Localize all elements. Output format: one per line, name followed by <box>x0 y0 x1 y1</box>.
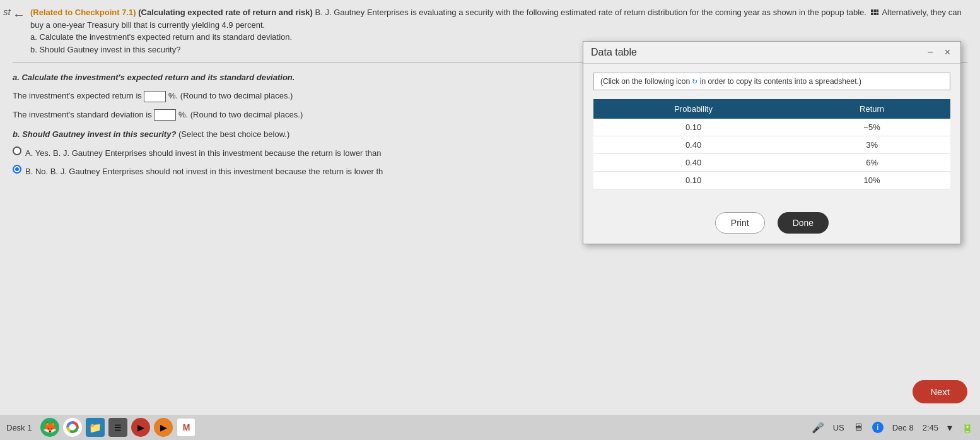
data-table: Probability Return 0.10 −5% 0.40 3% 0.40… <box>593 99 950 189</box>
header-main-text: B. J. Gautney Enterprises is evaluating … <box>315 8 866 17</box>
std-dev-suffix: %. (Round to two decimal places.) <box>178 110 303 119</box>
copy-icon[interactable]: ↻ <box>692 78 697 86</box>
modal-titlebar: Data table − × <box>583 42 960 64</box>
taskbar-icon-play[interactable]: ▶ <box>154 418 173 437</box>
microphone-icon[interactable]: 🎤 <box>812 422 824 434</box>
print-button[interactable]: Print <box>715 212 765 234</box>
table-row: 0.10 10% <box>593 172 950 189</box>
table-cell-return: 6% <box>793 154 950 172</box>
radio-option-a-text: A. Yes. B. J. Gautney Enterprises should… <box>25 146 381 160</box>
radio-circle-a[interactable] <box>13 146 21 155</box>
topic-label: (Calculating expected rate of return and… <box>138 8 313 17</box>
radio-circle-b[interactable] <box>13 165 21 174</box>
done-button[interactable]: Done <box>778 212 829 234</box>
table-body: 0.10 −5% 0.40 3% 0.40 6% 0.10 10% <box>593 119 950 189</box>
table-row: 0.40 6% <box>593 154 950 172</box>
modal-controls: − × <box>925 47 953 58</box>
table-header-row: Probability Return <box>593 99 950 119</box>
taskbar-icon-chrome[interactable] <box>63 418 82 437</box>
copy-instruction: (Click on the following icon ↻ in order … <box>593 73 950 90</box>
svg-rect-0 <box>871 9 873 12</box>
svg-rect-5 <box>877 13 878 15</box>
battery-icon: 🔋 <box>961 422 974 434</box>
table-cell-probability: 0.10 <box>593 172 793 189</box>
st-label: st <box>3 6 11 17</box>
table-cell-return: 10% <box>793 172 950 189</box>
question-b-instruction: (Select the best choice below.) <box>178 129 289 139</box>
taskbar-icon-files[interactable]: 📁 <box>86 418 105 437</box>
table-cell-probability: 0.40 <box>593 154 793 172</box>
table-row: 0.40 3% <box>593 136 950 154</box>
expected-return-input[interactable] <box>144 91 166 102</box>
language-label: US <box>833 423 844 432</box>
data-table-modal: Data table − × (Click on the following i… <box>583 41 961 244</box>
taskbar-right: 🎤 US 🖥 i Dec 8 2:45 ▾ 🔋 <box>812 422 974 434</box>
modal-body: (Click on the following icon ↻ in order … <box>583 64 960 202</box>
question-b-label: b. Should Gautney invest in this securit… <box>13 129 176 139</box>
copy-instruction-text: (Click on the following icon <box>600 77 690 86</box>
expected-return-text: The investment's expected return is <box>13 91 142 100</box>
svg-rect-3 <box>871 13 873 15</box>
taskbar-icon-app1[interactable]: 🦊 <box>40 418 59 437</box>
next-button[interactable]: Next <box>913 380 967 403</box>
taskbar-desk-label: Desk 1 <box>6 423 32 432</box>
std-dev-text: The investment's standard deviation is <box>13 110 152 119</box>
question-a-label: a. Calculate the investment's expected r… <box>13 73 295 82</box>
svg-rect-1 <box>874 9 877 12</box>
table-header-return: Return <box>793 99 950 119</box>
table-header-probability: Probability <box>593 99 793 119</box>
date-label: Dec 8 <box>892 423 914 432</box>
svg-rect-4 <box>874 13 877 15</box>
grid-icon[interactable] <box>870 9 879 18</box>
table-cell-probability: 0.10 <box>593 119 793 136</box>
expected-return-suffix: %. (Round to two decimal places.) <box>168 91 293 100</box>
modal-minimize-button[interactable]: − <box>925 47 935 58</box>
sub-question-b: b. Should Gautney invest in this securit… <box>30 45 180 54</box>
table-cell-return: −5% <box>793 119 950 136</box>
copy-instruction-suffix: in order to copy its contents into a spr… <box>700 77 861 86</box>
checkpoint-label: (Related to Checkpoint 7.1) <box>30 8 136 17</box>
table-cell-probability: 0.40 <box>593 136 793 154</box>
modal-title: Data table <box>591 47 637 58</box>
taskbar: Desk 1 🦊 📁 ☰ ▶ ▶ M 🎤 US 🖥 i Dec 8 2:45 ▾… <box>0 415 980 440</box>
svg-rect-2 <box>877 9 878 12</box>
radio-option-b-text: B. No. B. J. Gautney Enterprises should … <box>25 164 383 179</box>
wifi-icon[interactable]: ▾ <box>947 422 952 434</box>
modal-close-button[interactable]: × <box>942 47 953 58</box>
std-dev-input[interactable] <box>154 109 176 121</box>
monitor-icon[interactable]: 🖥 <box>853 422 863 433</box>
taskbar-icon-menu[interactable]: ☰ <box>108 418 127 437</box>
table-cell-return: 3% <box>793 136 950 154</box>
info-icon[interactable]: i <box>872 422 884 433</box>
time-label: 2:45 <box>923 423 938 432</box>
modal-footer: Print Done <box>583 202 960 244</box>
taskbar-icon-gmail[interactable]: M <box>177 418 195 437</box>
svg-point-7 <box>71 425 75 430</box>
back-arrow-icon[interactable]: ← <box>13 8 25 22</box>
sub-question-a: a. Calculate the investment's expected r… <box>30 32 292 42</box>
table-row: 0.10 −5% <box>593 119 950 136</box>
taskbar-icon-youtube[interactable]: ▶ <box>131 418 150 437</box>
